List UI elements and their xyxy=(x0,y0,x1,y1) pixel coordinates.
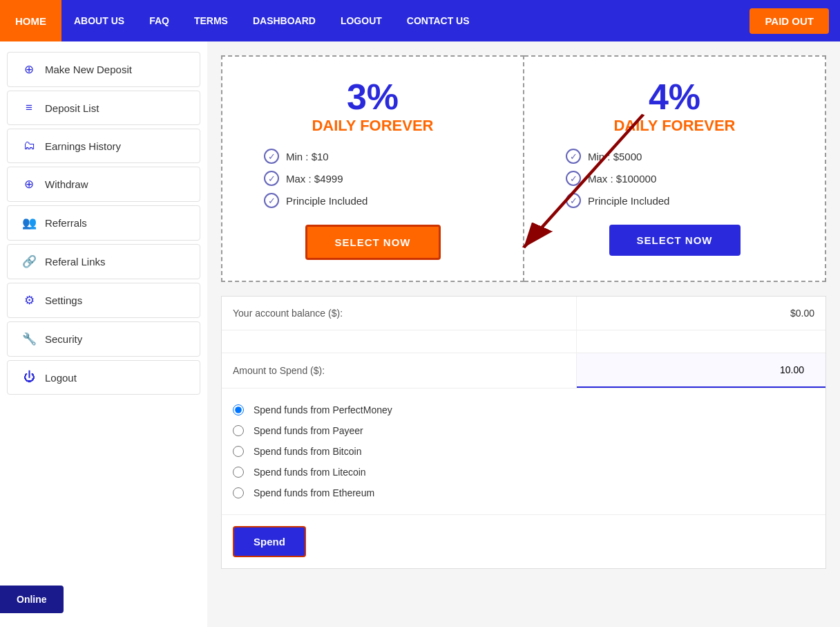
deposit-form: Your account balance ($): $0.00 Amount t… xyxy=(221,296,826,569)
empty-row xyxy=(222,330,825,353)
security-icon: 🔧 xyxy=(21,332,37,346)
sidebar-label-deposit-list: Deposit List xyxy=(45,102,99,114)
sidebar: ⊕ Make New Deposit ≡ Deposit List 🗂 Earn… xyxy=(0,41,207,627)
plan-2-select-button[interactable]: SELECT NOW xyxy=(609,225,741,256)
check-icon-4: ✓ xyxy=(566,149,581,164)
settings-icon: ⚙ xyxy=(21,293,37,308)
radio-litecoin[interactable]: Spend funds from Litecoin xyxy=(233,462,814,483)
sidebar-item-make-deposit[interactable]: ⊕ Make New Deposit xyxy=(7,52,200,87)
sidebar-label-settings: Settings xyxy=(45,294,82,306)
plan-2-feature-1: ✓ Min : $5000 xyxy=(538,149,811,164)
list-icon: ≡ xyxy=(21,101,37,115)
plan-2-rate: 4% xyxy=(538,77,811,117)
earnings-icon: 🗂 xyxy=(21,139,37,153)
plan-1-feature-1: ✓ Min : $10 xyxy=(236,149,509,164)
sidebar-item-security[interactable]: 🔧 Security xyxy=(7,321,200,357)
nav-faq[interactable]: FAQ xyxy=(137,0,182,41)
plan-2-period: DAILY FOREVER xyxy=(538,117,811,135)
radio-payeer[interactable]: Spend funds from Payeer xyxy=(233,420,814,441)
radio-payeer-label: Spend funds from Payeer xyxy=(254,425,363,436)
sidebar-label-make-deposit: Make New Deposit xyxy=(45,64,132,75)
link-icon: 🔗 xyxy=(21,254,37,269)
plan-1-select-button[interactable]: SELECT NOW xyxy=(305,225,441,260)
check-icon-5: ✓ xyxy=(566,171,581,186)
sidebar-item-deposit-list[interactable]: ≡ Deposit List xyxy=(7,91,200,125)
plan-1-period: DAILY FOREVER xyxy=(236,117,509,135)
payment-options: Spend funds from PerfectMoney Spend fund… xyxy=(222,389,825,515)
amount-row: Amount to Spend ($): xyxy=(222,353,825,389)
main-layout: ⊕ Make New Deposit ≡ Deposit List 🗂 Earn… xyxy=(0,41,840,627)
radio-litecoin-input[interactable] xyxy=(233,467,244,478)
plan-2-features: ✓ Min : $5000 ✓ Max : $100000 ✓ Principl… xyxy=(538,149,811,208)
sidebar-item-referral-links[interactable]: 🔗 Referal Links xyxy=(7,244,200,279)
amount-input[interactable] xyxy=(577,353,825,388)
deposit-icon: ⊕ xyxy=(21,62,37,77)
plan-2-feature-2: ✓ Max : $100000 xyxy=(538,171,811,186)
sidebar-label-earnings-history: Earnings History xyxy=(45,140,121,152)
online-badge: Online xyxy=(0,586,64,613)
balance-value: $0.00 xyxy=(577,297,825,330)
check-icon-6: ✓ xyxy=(566,193,581,208)
empty-value xyxy=(577,330,825,353)
nav-dashboard[interactable]: DASHBOARD xyxy=(240,0,328,41)
radio-ethereum[interactable]: Spend funds from Ethereum xyxy=(233,483,814,503)
sidebar-label-withdraw: Withdraw xyxy=(45,178,88,190)
sidebar-item-withdraw[interactable]: ⊕ Withdraw xyxy=(7,167,200,202)
main-content: 3% DAILY FOREVER ✓ Min : $10 ✓ Max : $49… xyxy=(207,41,840,627)
withdraw-icon: ⊕ xyxy=(21,177,37,191)
spend-button[interactable]: Spend xyxy=(233,526,306,557)
amount-label: Amount to Spend ($): xyxy=(222,353,577,388)
sidebar-label-security: Security xyxy=(45,333,82,345)
radio-bitcoin-input[interactable] xyxy=(233,446,244,457)
referrals-icon: 👥 xyxy=(21,216,37,230)
radio-ethereum-label: Spend funds from Ethereum xyxy=(254,487,374,498)
plan-card-2: 4% DAILY FOREVER ✓ Min : $5000 ✓ Max : $… xyxy=(524,55,826,282)
sidebar-label-logout: Logout xyxy=(45,372,77,384)
spend-button-container: Spend xyxy=(222,515,825,568)
nav-terms[interactable]: TERMS xyxy=(182,0,240,41)
radio-ethereum-input[interactable] xyxy=(233,487,244,498)
nav-about[interactable]: ABOUT US xyxy=(61,0,137,41)
radio-perfectmoney-input[interactable] xyxy=(233,404,244,415)
sidebar-item-settings[interactable]: ⚙ Settings xyxy=(7,283,200,318)
plan-1-rate: 3% xyxy=(236,77,509,117)
radio-bitcoin-label: Spend funds from Bitcoin xyxy=(254,446,361,457)
check-icon-3: ✓ xyxy=(264,193,279,208)
check-icon-1: ✓ xyxy=(264,149,279,164)
sidebar-item-referrals[interactable]: 👥 Referrals xyxy=(7,205,200,241)
nav-links: ABOUT US FAQ TERMS DASHBOARD LOGOUT CONT… xyxy=(61,0,750,41)
plans-wrapper: 3% DAILY FOREVER ✓ Min : $10 ✓ Max : $49… xyxy=(221,55,826,282)
empty-label xyxy=(222,330,577,353)
navbar: HOME ABOUT US FAQ TERMS DASHBOARD LOGOUT… xyxy=(0,0,840,41)
plan-1-features: ✓ Min : $10 ✓ Max : $4999 ✓ Principle In… xyxy=(236,149,509,208)
radio-perfectmoney[interactable]: Spend funds from PerfectMoney xyxy=(233,400,814,420)
sidebar-item-logout[interactable]: ⏻ Logout xyxy=(7,360,200,395)
radio-payeer-input[interactable] xyxy=(233,425,244,436)
radio-perfectmoney-label: Spend funds from PerfectMoney xyxy=(254,404,392,415)
plan-1-feature-3: ✓ Principle Included xyxy=(236,193,509,208)
plan-card-1: 3% DAILY FOREVER ✓ Min : $10 ✓ Max : $49… xyxy=(221,55,524,282)
paid-out-button[interactable]: PAID OUT xyxy=(750,8,829,34)
nav-logout[interactable]: LOGOUT xyxy=(328,0,394,41)
radio-litecoin-label: Spend funds from Litecoin xyxy=(254,467,366,478)
plan-2-feature-3: ✓ Principle Included xyxy=(538,193,811,208)
sidebar-item-earnings-history[interactable]: 🗂 Earnings History xyxy=(7,129,200,163)
nav-home[interactable]: HOME xyxy=(0,0,61,41)
sidebar-label-referrals: Referrals xyxy=(45,217,87,229)
balance-row: Your account balance ($): $0.00 xyxy=(222,297,825,330)
nav-contact[interactable]: CONTACT US xyxy=(394,0,482,41)
plan-1-feature-2: ✓ Max : $4999 xyxy=(236,171,509,186)
balance-label: Your account balance ($): xyxy=(222,297,577,330)
logout-icon: ⏻ xyxy=(21,371,37,384)
plans-row: 3% DAILY FOREVER ✓ Min : $10 ✓ Max : $49… xyxy=(221,55,826,282)
check-icon-2: ✓ xyxy=(264,171,279,186)
radio-bitcoin[interactable]: Spend funds from Bitcoin xyxy=(233,441,814,462)
sidebar-label-referral-links: Referal Links xyxy=(45,256,106,268)
